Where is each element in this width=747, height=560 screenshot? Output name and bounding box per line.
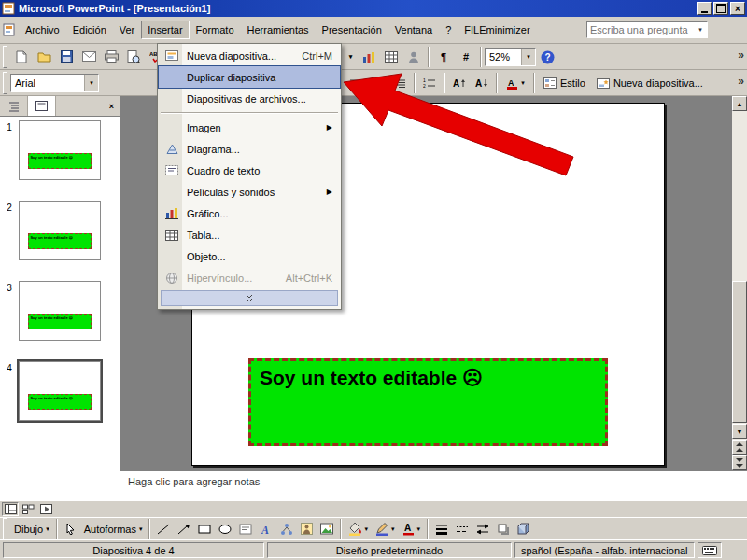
scroll-up-button[interactable]: ▲	[732, 96, 747, 111]
menu-item-peliculas-y-sonidos[interactable]: Películas y sonidos ▶	[159, 181, 340, 203]
toolbar-grip[interactable]	[3, 46, 7, 68]
print-button[interactable]	[101, 47, 121, 67]
shadow-style-button[interactable]	[494, 520, 513, 539]
show-grid-button[interactable]: #	[456, 47, 476, 67]
tab-slides[interactable]	[28, 96, 56, 116]
select-objects-button[interactable]	[62, 520, 79, 539]
font-color-button[interactable]: A ▾	[400, 520, 424, 539]
wordart-button[interactable]: A	[257, 520, 275, 539]
menu-item-cuadro-de-texto[interactable]: Cuadro de texto	[159, 160, 340, 181]
slide-thumbnail-4-selected[interactable]: Soy un texto editable ☹	[19, 361, 101, 421]
notes-area[interactable]: Haga clic para agregar notas	[120, 470, 747, 500]
dibujo-menu-button[interactable]: Dibujo ▾	[11, 520, 52, 539]
close-pane-button[interactable]: ×	[104, 96, 120, 116]
show-formatting-button[interactable]: ¶	[433, 47, 454, 67]
menu-item-objeto[interactable]: Objeto...	[159, 245, 340, 267]
menu-archivo[interactable]: Archivo	[19, 21, 66, 39]
slide-design-button[interactable]: Estilo	[539, 73, 590, 93]
insert-picture-button[interactable]	[317, 520, 336, 539]
autoformas-menu-button[interactable]: Autoformas ▾	[81, 520, 146, 539]
menu-presentacion[interactable]: Presentación	[316, 21, 388, 39]
save-button[interactable]	[56, 47, 77, 67]
fill-color-button[interactable]: ▾	[345, 520, 371, 539]
font-name-combo[interactable]: Arial ▾	[10, 74, 99, 92]
slide-textbox[interactable]: Soy un texto editable ☹	[248, 358, 608, 446]
close-button[interactable]: ×	[730, 2, 745, 15]
menu-item-diagrama[interactable]: Diagrama...	[159, 138, 340, 160]
open-button[interactable]	[34, 47, 54, 67]
menu-ver[interactable]: Ver	[113, 21, 142, 39]
tab-outline[interactable]	[0, 96, 28, 116]
insert-diagram-button[interactable]	[277, 520, 296, 539]
maximize-button[interactable]	[713, 2, 728, 15]
align-center-button[interactable]	[367, 73, 388, 93]
chevron-down-icon[interactable]: ▾	[694, 26, 707, 34]
menu-edicion[interactable]: Edición	[66, 21, 113, 39]
question-input[interactable]	[587, 23, 694, 36]
minimize-icon	[701, 11, 708, 13]
keyboard-status[interactable]	[698, 542, 722, 558]
menu-herramientas[interactable]: Herramientas	[241, 21, 316, 39]
menu-item-diapositivas-de-archivos[interactable]: Diapositivas de archivos...	[159, 88, 340, 109]
insert-clipart-button[interactable]	[298, 520, 316, 539]
slide-thumbnail-1[interactable]: Soy un texto editable ☹	[19, 120, 101, 180]
slide-thumb-row: 4 Soy un texto editable ☹	[0, 361, 120, 441]
previous-slide-button[interactable]	[732, 440, 747, 455]
slideshow-view-button[interactable]	[37, 502, 54, 516]
oval-tool-button[interactable]	[216, 520, 234, 539]
insert-table-button[interactable]	[381, 47, 402, 67]
new-slide-label: Nueva diapositiva...	[613, 77, 703, 89]
menu-item-duplicar-diapositiva[interactable]: Duplicar diapositiva	[159, 66, 340, 88]
numbering-button[interactable]: 12	[419, 73, 440, 93]
rectangle-tool-button[interactable]	[195, 520, 214, 539]
vertical-scrollbar[interactable]: ▲ ▼	[732, 96, 747, 470]
toolbar-options-chevron[interactable]: »	[738, 75, 744, 88]
toolbar-grip[interactable]	[3, 72, 7, 94]
undo-dropdown-button[interactable]: ▾	[345, 47, 357, 67]
scrollbar-thumb[interactable]	[732, 281, 747, 423]
arrow-tool-button[interactable]	[175, 520, 193, 539]
decrease-font-button[interactable]: A	[472, 73, 492, 93]
menu-ayuda[interactable]: ?	[439, 21, 458, 39]
toolbar-grip[interactable]	[3, 518, 7, 540]
menu-expand-button[interactable]	[161, 290, 338, 306]
increase-font-button[interactable]: A	[449, 73, 470, 93]
scroll-down-button[interactable]: ▼	[732, 424, 747, 439]
menu-formato[interactable]: Formato	[190, 21, 241, 39]
line-tool-button[interactable]	[154, 520, 173, 539]
new-slide-button[interactable]: Nueva diapositiva...	[592, 73, 708, 93]
textbox-tool-button[interactable]	[236, 520, 255, 539]
zoom-combo[interactable]: 52% ▾	[485, 48, 536, 66]
align-right-button[interactable]	[389, 73, 410, 93]
slide-thumbnail-2[interactable]: Soy un texto editable ☹	[19, 201, 101, 260]
menu-item-tabla[interactable]: Tabla...	[159, 224, 340, 245]
arrow-style-button[interactable]	[473, 520, 492, 539]
slide-thumb-row: 1 Soy un texto editable ☹	[0, 120, 120, 201]
slide-thumbnail-3[interactable]: Soy un texto editable ☹	[19, 281, 101, 341]
insert-chart-button[interactable]	[359, 47, 379, 67]
new-button[interactable]	[11, 47, 32, 67]
menu-item-hipervinculo[interactable]: Hipervínculo... Alt+Ctrl+K	[159, 267, 340, 288]
menu-ventana[interactable]: Ventana	[388, 21, 439, 39]
line-style-button[interactable]	[432, 520, 451, 539]
three-d-style-button[interactable]	[514, 520, 534, 539]
menu-fileminimizer[interactable]: FILEminimizer	[458, 21, 536, 39]
dash-style-button[interactable]	[453, 520, 472, 539]
help-button[interactable]: ?	[537, 47, 557, 67]
language-indicator[interactable]: spañol (España - alfab. internacional	[514, 542, 695, 558]
print-preview-button[interactable]	[123, 47, 144, 67]
slide-sorter-view-button[interactable]	[20, 502, 36, 516]
font-color-button[interactable]: A ▾	[501, 73, 529, 93]
email-button[interactable]	[78, 47, 99, 67]
normal-view-button[interactable]	[2, 502, 19, 516]
insert-clipart-button[interactable]	[403, 47, 424, 67]
menu-item-nueva-diapositiva[interactable]: Nueva diapositiva... Ctrl+M	[159, 45, 340, 66]
menu-item-imagen[interactable]: Imagen ▶	[159, 117, 340, 138]
toolbar-options-chevron[interactable]: »	[738, 49, 744, 62]
menu-item-grafico[interactable]: Gráfico...	[159, 203, 340, 224]
line-color-button[interactable]: ▾	[373, 520, 398, 539]
align-left-button[interactable]	[345, 73, 365, 93]
next-slide-button[interactable]	[732, 455, 747, 470]
menu-insertar[interactable]: Insertar	[141, 21, 189, 39]
minimize-button[interactable]	[697, 2, 712, 15]
